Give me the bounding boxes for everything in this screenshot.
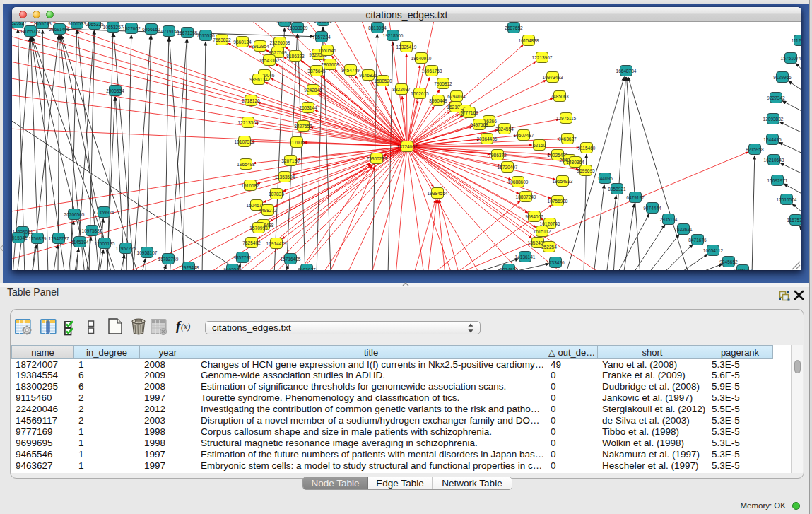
svg-text:9146821: 9146821 (359, 73, 377, 78)
svg-text:1167533: 1167533 (787, 218, 801, 223)
svg-text:2935114: 2935114 (660, 217, 678, 222)
svg-text:3915941: 3915941 (12, 235, 28, 240)
svg-text:3875645: 3875645 (307, 69, 326, 74)
svg-text:1156829: 1156829 (29, 236, 47, 241)
svg-text:15720407: 15720407 (498, 165, 518, 170)
svg-text:6479197: 6479197 (626, 195, 645, 200)
svg-text:18640910: 18640910 (411, 56, 432, 61)
svg-text:9245652: 9245652 (719, 259, 738, 264)
svg-text:9857791: 9857791 (233, 255, 252, 260)
svg-text:9660124: 9660124 (233, 40, 252, 45)
svg-text:7955812: 7955812 (434, 81, 452, 86)
svg-text:16648784: 16648784 (616, 69, 637, 74)
svg-text:19654923: 19654923 (553, 179, 573, 184)
svg-text:19384554: 19384554 (428, 191, 448, 196)
svg-text:25300233: 25300233 (367, 156, 387, 161)
svg-text:8471676: 8471676 (688, 238, 707, 243)
svg-text:12213369: 12213369 (238, 120, 259, 125)
svg-text:9474444: 9474444 (643, 206, 661, 211)
svg-text:11353594: 11353594 (275, 175, 295, 180)
svg-text:12505135: 12505135 (95, 241, 115, 246)
svg-text:20364436: 20364436 (477, 136, 498, 141)
svg-text:16154838: 16154838 (519, 38, 539, 43)
svg-text:7625402: 7625402 (242, 240, 261, 245)
svg-text:12975115: 12975115 (556, 116, 577, 121)
svg-text:1529527: 1529527 (12, 22, 27, 25)
svg-text:3824554: 3824554 (495, 127, 514, 132)
svg-text:8322037: 8322037 (392, 87, 411, 92)
svg-text:10654112: 10654112 (703, 248, 724, 253)
svg-text:18807249: 18807249 (516, 194, 536, 199)
svg-text:9129966: 9129966 (773, 75, 792, 80)
svg-text:16961758: 16961758 (422, 69, 442, 74)
svg-text:8990448: 8990448 (429, 98, 447, 103)
svg-text:15692971: 15692971 (767, 178, 788, 183)
svg-text:7857224: 7857224 (312, 35, 331, 40)
svg-text:10107552: 10107552 (235, 139, 255, 144)
svg-text:8813054: 8813054 (368, 25, 387, 30)
svg-text:1570993: 1570993 (249, 226, 268, 230)
svg-text:7515526: 7515526 (196, 33, 215, 38)
svg-text:9463627: 9463627 (298, 267, 316, 270)
svg-text:9896137: 9896137 (249, 77, 268, 82)
svg-text:144095: 144095 (597, 176, 613, 181)
svg-text:1014916: 1014916 (500, 267, 518, 270)
svg-text:117005: 117005 (289, 140, 305, 145)
svg-text:9463627: 9463627 (558, 136, 577, 141)
svg-text:12093832: 12093832 (763, 117, 784, 122)
svg-text:20206505: 20206505 (64, 212, 85, 217)
svg-text:2905334: 2905334 (106, 88, 124, 93)
svg-text:8186323: 8186323 (286, 54, 305, 59)
svg-text:9699695: 9699695 (577, 168, 595, 173)
svg-text:1916682: 1916682 (241, 183, 259, 188)
svg-text:2687652: 2687652 (505, 25, 523, 30)
svg-text:10975887: 10975887 (82, 228, 102, 233)
svg-text:8454749: 8454749 (341, 68, 360, 73)
svg-text:10653257: 10653257 (103, 25, 124, 30)
svg-text:15751074: 15751074 (781, 56, 801, 61)
svg-text:9106533: 9106533 (68, 22, 86, 26)
svg-text:1562615: 1562615 (411, 91, 429, 96)
svg-text:252254: 252254 (541, 245, 557, 250)
svg-text:10688609: 10688609 (508, 180, 529, 185)
svg-text:1550546: 1550546 (318, 48, 336, 53)
svg-text:17016504: 17016504 (777, 197, 797, 202)
svg-text:6466160: 6466160 (142, 27, 160, 32)
svg-text:19218506: 19218506 (383, 33, 404, 38)
svg-text:10958107: 10958107 (137, 250, 158, 255)
svg-text:2055713: 2055713 (33, 22, 52, 26)
svg-text:2065325: 2065325 (86, 22, 104, 27)
svg-text:9245012: 9245012 (734, 268, 752, 270)
svg-text:8912954: 8912954 (251, 44, 269, 49)
svg-text:1733426: 1733426 (546, 260, 565, 265)
svg-text:7663822: 7663822 (213, 37, 231, 42)
svg-text:1480364: 1480364 (566, 160, 584, 165)
svg-text:10507487: 10507487 (514, 133, 534, 138)
svg-text:7485063: 7485063 (551, 94, 569, 99)
svg-text:(x): (x) (181, 322, 190, 332)
svg-text:9115460: 9115460 (578, 146, 596, 151)
svg-text:17957225: 17957225 (116, 246, 136, 251)
svg-text:10719155: 10719155 (159, 29, 180, 34)
svg-text:7632621: 7632621 (674, 227, 693, 232)
svg-text:9684067: 9684067 (525, 214, 543, 219)
svg-text:1527602: 1527602 (122, 26, 141, 31)
svg-text:1244415: 1244415 (763, 137, 782, 142)
svg-text:1615112: 1615112 (534, 229, 551, 234)
svg-text:14136141: 14136141 (515, 255, 536, 259)
svg-text:12213967: 12213967 (532, 55, 553, 60)
svg-text:62160: 62160 (533, 143, 546, 148)
svg-text:9227342: 9227342 (767, 95, 785, 100)
svg-text:16671355: 16671355 (177, 30, 198, 35)
svg-text:10120746: 10120746 (540, 221, 560, 226)
svg-text:887833: 887833 (269, 192, 284, 197)
svg-text:1145194: 1145194 (71, 240, 89, 245)
svg-text:12942737: 12942737 (49, 236, 69, 241)
svg-text:1965498: 1965498 (237, 162, 255, 167)
svg-text:3267130: 3267130 (281, 158, 300, 163)
svg-text:8427552: 8427552 (294, 124, 312, 129)
svg-text:16033809: 16033809 (288, 25, 308, 30)
svg-text:15716485: 15716485 (281, 257, 301, 262)
svg-text:16782759: 16782759 (158, 257, 179, 262)
svg-text:6794074: 6794074 (447, 94, 466, 99)
